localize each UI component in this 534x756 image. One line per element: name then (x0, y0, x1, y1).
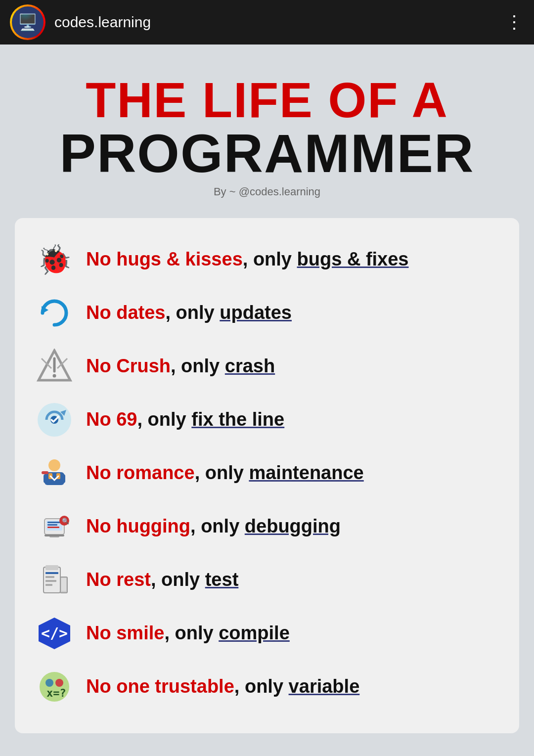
item-text-4: No 69, only fix the line (86, 407, 284, 432)
item-text-9: No one trustable, only variable (86, 674, 359, 699)
item-text-5: No romance, only maintenance (86, 461, 364, 485)
svg-rect-19 (47, 527, 59, 528)
svg-rect-29 (45, 584, 52, 586)
item-text-2: No dates, only updates (86, 301, 292, 325)
list-item: No dates, only updates (35, 286, 499, 340)
list-item: No Crush, only crash (35, 340, 499, 393)
fix-icon (35, 400, 74, 440)
svg-point-35 (45, 679, 53, 687)
svg-rect-21 (44, 534, 64, 536)
refresh-icon (35, 293, 74, 333)
svg-rect-25 (45, 565, 58, 570)
list-item: No romance, only maintenance (35, 446, 499, 500)
programmer-icon (35, 453, 74, 493)
avatar-ring[interactable]: 🖥️ (10, 4, 45, 40)
list-item: x=? No one trustable, only variable (35, 660, 499, 713)
title-line1: THE LIFE OF A (15, 74, 519, 126)
list-item: No 69, only fix the line (35, 393, 499, 446)
list-item: </> No smile, only compile (35, 607, 499, 660)
svg-rect-27 (45, 576, 54, 578)
list-item: 🔍 No hugging, only debugging (35, 500, 499, 553)
svg-rect-18 (47, 524, 57, 526)
item-text-3: No Crush, only crash (86, 354, 275, 378)
crash-icon (35, 347, 74, 386)
list-item: No rest, only test (35, 553, 499, 607)
top-bar: 🖥️ codes.learning ⋮ (0, 0, 534, 44)
svg-rect-31 (61, 578, 66, 591)
top-bar-left: 🖥️ codes.learning (10, 4, 151, 40)
item-text-6: No hugging, only debugging (86, 514, 341, 538)
main-content: THE LIFE OF A PROGRAMMER By ~ @codes.lea… (0, 44, 534, 753)
title-section: THE LIFE OF A PROGRAMMER By ~ @codes.lea… (15, 64, 519, 203)
svg-point-8 (48, 459, 60, 471)
svg-rect-28 (45, 580, 56, 582)
content-card: 🐞 No hugs & kisses, only bugs & fixes No… (15, 218, 519, 733)
avatar-icon: 🖥️ (18, 13, 38, 32)
variable-icon: x=? (35, 667, 74, 707)
subtitle: By ~ @codes.learning (15, 185, 519, 198)
svg-rect-17 (47, 522, 61, 523)
svg-point-3 (53, 374, 56, 378)
svg-point-36 (55, 679, 63, 687)
svg-rect-26 (45, 572, 58, 574)
item-text-7: No rest, only test (86, 568, 238, 592)
bug-icon: 🐞 (35, 240, 74, 279)
more-options-icon[interactable]: ⋮ (505, 12, 524, 33)
svg-text:</>: </> (41, 624, 68, 642)
test-icon (35, 560, 74, 600)
svg-text:x=?: x=? (46, 687, 66, 699)
svg-rect-14 (42, 471, 48, 474)
username-label[interactable]: codes.learning (54, 14, 151, 31)
title-line2: PROGRAMMER (15, 126, 519, 180)
svg-rect-13 (61, 474, 65, 483)
svg-rect-12 (44, 474, 47, 483)
item-text-8: No smile, only compile (86, 621, 290, 645)
item-text-1: No hugs & kisses, only bugs & fixes (86, 247, 409, 271)
compile-icon: </> (35, 614, 74, 653)
debug-icon: 🔍 (35, 507, 74, 546)
bottom-section: 🖥️ @codes.learning Learn to Code GET FRE… (0, 753, 534, 756)
avatar-inner: 🖥️ (12, 6, 44, 38)
list-item: 🐞 No hugs & kisses, only bugs & fixes (35, 233, 499, 286)
svg-text:🔍: 🔍 (62, 517, 69, 525)
